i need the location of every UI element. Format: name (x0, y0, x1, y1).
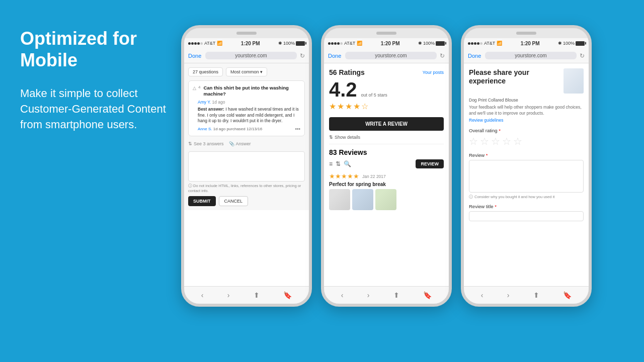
see-answers-link[interactable]: ⇅ See 3 answers (188, 141, 224, 146)
battery-icon-1 (296, 41, 305, 46)
forward-btn-3[interactable]: › (507, 291, 510, 299)
input-star-2[interactable]: ☆ (480, 135, 489, 147)
dot5 (200, 42, 203, 45)
left-panel: Optimized for Mobile Make it simple to c… (20, 25, 181, 133)
url-bar-3[interactable]: yourstore.com (485, 52, 577, 59)
qa-content: 27 questions Most common ▾ △ 4 Can this … (184, 63, 309, 210)
sort-icon[interactable]: ⇅ (336, 160, 341, 167)
question-text: Can this shirt be put into the washing m… (203, 85, 300, 98)
signal-dots-2 (328, 42, 343, 45)
bookmark-btn-1[interactable]: 🔖 (283, 291, 292, 299)
filter-icon[interactable]: ≡ (329, 160, 333, 167)
input-star-1[interactable]: ☆ (469, 135, 478, 147)
review-images (329, 189, 444, 210)
refresh-icon-1[interactable]: ↻ (300, 52, 305, 59)
ratings-content: 56 Ratings Your posts 4.2 out of 5 stars… (324, 63, 449, 215)
battery-fill-1 (296, 42, 304, 45)
share-btn-3[interactable]: ⬆ (533, 291, 539, 299)
out-of-label: out of 5 stars (361, 93, 387, 98)
qa-answer-text: Best answer: I have washed it several ti… (198, 107, 300, 125)
phone-3-status-bar: AT&T 📶 1:20 PM ✱ 100% (464, 38, 589, 48)
chevron-icon: ⇅ (329, 135, 333, 140)
phone-1-bottom-bar: ‹ › ⬆ 🔖 (184, 286, 309, 304)
review-img-1 (329, 189, 350, 210)
url-bar-1[interactable]: yourstore.com (205, 52, 297, 59)
review-title-input[interactable] (469, 211, 584, 221)
page-container: Optimized for Mobile Make it simple to c… (0, 0, 644, 362)
phone-3-top-bar (464, 28, 589, 38)
ratings-header: 56 Ratings Your posts (329, 68, 444, 76)
overall-rating-label: Overall rating * (469, 128, 584, 133)
review-date: Jan 22 2017 (362, 174, 386, 179)
back-btn-2[interactable]: ‹ (341, 291, 344, 299)
qa-hint: ⓘ Do not include HTML, links, references… (188, 184, 305, 193)
review-guidelines-link[interactable]: Review guidelines (469, 118, 584, 123)
qa-filter-bar: 27 questions Most common ▾ (188, 67, 305, 76)
carrier-1: AT&T (204, 41, 215, 46)
page-title: Optimized for Mobile (20, 28, 171, 71)
review-item: ★★★★★ Jan 22 2017 Perfect for spring bre… (329, 172, 444, 210)
qa-question-block: △ 4 Can this shirt be put into the washi… (188, 80, 305, 136)
url-bar-2[interactable]: yourstore.com (345, 52, 437, 59)
bluetooth-icon-3: ✱ (558, 41, 562, 46)
phone-2-speaker (376, 32, 396, 35)
refresh-icon-2[interactable]: ↻ (440, 52, 445, 59)
star-1: ★ (329, 102, 336, 111)
status-left-3: AT&T 📶 (468, 41, 502, 46)
phone-3: AT&T 📶 1:20 PM ✱ 100% Done yourstore.com… (461, 25, 592, 307)
back-btn-1[interactable]: ‹ (201, 291, 204, 299)
phone-2-bottom-bar: ‹ › ⬆ 🔖 (324, 286, 449, 304)
your-posts-link[interactable]: Your posts (423, 70, 444, 75)
signal-dots (188, 42, 203, 45)
input-star-3[interactable]: ☆ (491, 135, 500, 147)
phone-2-url-bar: Done yourstore.com ↻ (324, 48, 449, 63)
search-icon[interactable]: 🔍 (344, 160, 351, 167)
write-title: Please share your experience (469, 68, 559, 85)
carrier-2: AT&T (344, 41, 355, 46)
share-btn-1[interactable]: ⬆ (254, 291, 260, 299)
bluetooth-icon-1: ✱ (278, 41, 282, 46)
done-btn-2[interactable]: Done (328, 53, 342, 59)
question-author: Amy Y. 1d ago (198, 100, 300, 105)
answer-link[interactable]: 📎 Answer (229, 141, 251, 146)
filter-dropdown[interactable]: Most common ▾ (226, 67, 267, 76)
forward-btn-1[interactable]: › (227, 291, 230, 299)
bookmark-btn-2[interactable]: 🔖 (423, 291, 432, 299)
phone-2-status-bar: AT&T 📶 1:20 PM ✱ 100% (324, 38, 449, 48)
status-left-2: AT&T 📶 (328, 41, 362, 46)
refresh-icon-3[interactable]: ↻ (580, 52, 585, 59)
phone-2-top-bar (324, 28, 449, 38)
product-image (564, 68, 584, 94)
phone-3-bottom-bar: ‹ › ⬆ 🔖 (464, 286, 589, 304)
write-review-button[interactable]: WRITE A REVIEW (329, 117, 444, 131)
time-1: 1:20 PM (241, 41, 260, 46)
status-left: AT&T 📶 (188, 41, 222, 46)
submit-button[interactable]: SUBMIT (188, 196, 216, 206)
cancel-button[interactable]: CANCEL (219, 196, 249, 206)
review-textarea[interactable] (469, 160, 584, 193)
done-btn-1[interactable]: Done (188, 53, 202, 59)
more-options[interactable]: ••• (295, 126, 300, 132)
review-button[interactable]: REVIEW (416, 159, 444, 168)
question-number: 4 (198, 85, 200, 89)
status-right-2: ✱ 100% (418, 41, 445, 46)
review-img-2 (352, 189, 373, 210)
phones-container: AT&T 📶 1:20 PM ✱ 100% Done yourstore.com… (181, 25, 624, 307)
review-hint: ⓘ Consider why you bought it and how you… (469, 195, 584, 200)
info-icon: ⓘ (469, 195, 473, 200)
triangle-icon: △ (193, 85, 196, 90)
qa-buttons: SUBMIT CANCEL (188, 196, 305, 206)
share-btn-2[interactable]: ⬆ (393, 291, 399, 299)
show-details[interactable]: ⇅ Show details (329, 135, 444, 144)
done-btn-3[interactable]: Done (468, 53, 482, 59)
status-right-3: ✱ 100% (558, 41, 585, 46)
bookmark-btn-3[interactable]: 🔖 (563, 291, 572, 299)
forward-btn-2[interactable]: › (367, 291, 370, 299)
questions-count[interactable]: 27 questions (188, 67, 223, 76)
input-star-5[interactable]: ☆ (513, 135, 522, 147)
qa-textarea[interactable] (188, 151, 305, 182)
phone-1: AT&T 📶 1:20 PM ✱ 100% Done yourstore.com… (181, 25, 312, 307)
input-star-4[interactable]: ☆ (502, 135, 511, 147)
star-2: ★ (337, 102, 344, 111)
back-btn-3[interactable]: ‹ (481, 291, 484, 299)
